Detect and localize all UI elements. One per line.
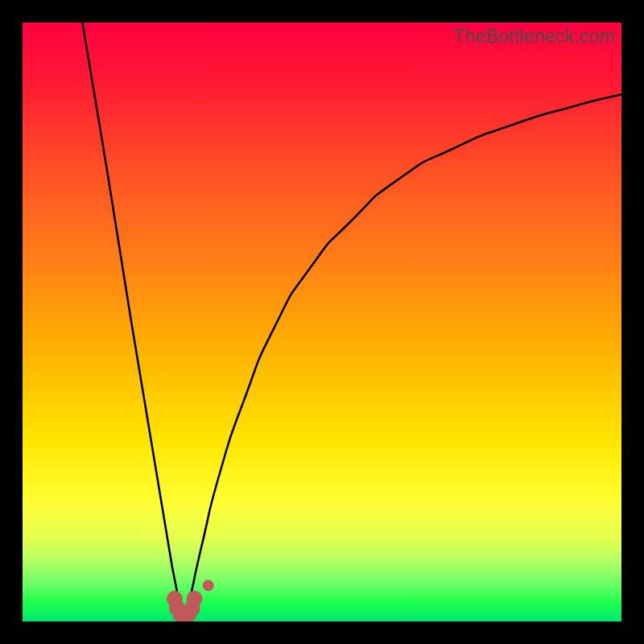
chart-frame: TheBottleneck.com: [23, 23, 621, 621]
optimal-markers: [23, 23, 621, 621]
attribution-text: TheBottleneck.com: [454, 26, 615, 47]
optimal-marker-dot: [203, 580, 214, 591]
optimal-marker-dot: [187, 591, 203, 607]
